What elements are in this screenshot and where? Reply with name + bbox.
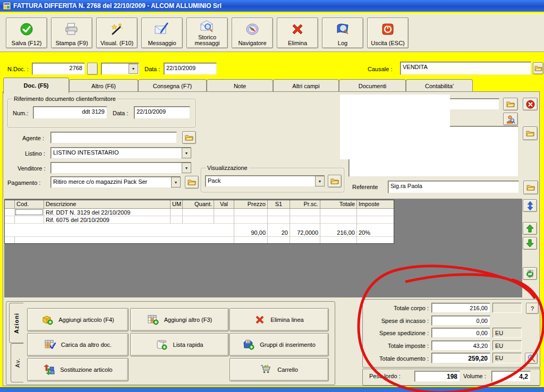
totale-corpo-field[interactable]: 216,00 [431, 303, 490, 313]
sostituzione-articolo-button[interactable]: Sostituzione articolo [27, 358, 129, 381]
cell-s1[interactable]: 20 [268, 224, 290, 236]
cell-descrizione[interactable]: Rif. 6075 del 20/10/2009 [44, 216, 171, 224]
tab-consegna[interactable]: Consegna (F7) [138, 79, 207, 92]
tab-documenti[interactable]: Documenti [339, 79, 406, 92]
line-up-button[interactable] [523, 222, 537, 235]
cell[interactable] [290, 209, 320, 216]
num-field[interactable]: ddt 3129 [33, 106, 107, 119]
visualizzazione-folder-button[interactable] [328, 175, 342, 188]
ndoc-series-combobox[interactable]: ▼ [101, 63, 139, 75]
aggiungi-altro-button[interactable]: Aggiungi altro (F3) [130, 308, 229, 331]
cell[interactable] [234, 236, 268, 243]
cell[interactable] [320, 216, 357, 224]
cell[interactable] [15, 216, 44, 224]
col-totale[interactable]: Totale [320, 200, 357, 209]
cell[interactable] [171, 216, 183, 224]
navigatore-button[interactable]: Navigatore [232, 18, 273, 48]
lines-table[interactable]: Cod. Descrizione UM Quant. Val Prezzo S1… [4, 200, 394, 244]
cell[interactable] [214, 209, 234, 216]
cell[interactable] [234, 209, 268, 216]
elimina-button[interactable]: Elimina [277, 18, 318, 48]
cell[interactable] [357, 216, 394, 224]
cliente-search-button[interactable] [503, 113, 518, 125]
col-um[interactable]: UM [171, 200, 183, 209]
cell[interactable] [268, 216, 290, 224]
chevron-down-icon[interactable]: ▼ [182, 163, 191, 173]
pagamento-combobox[interactable]: Ritiro merce c/o magazzini Pack Ser [50, 176, 181, 188]
cell-prsc[interactable]: 72,0000 [290, 224, 320, 236]
spese-spedizione-field[interactable]: 0,00 [431, 328, 490, 338]
cell[interactable] [15, 236, 234, 243]
line-down-button[interactable] [523, 237, 537, 250]
col-descrizione[interactable]: Descrizione [44, 200, 171, 209]
tab-azioni[interactable]: Azioni [9, 303, 24, 343]
cell[interactable] [290, 236, 320, 243]
cell[interactable] [290, 216, 320, 224]
salva-button[interactable]: Salva (F12) [6, 18, 47, 48]
listino-combobox[interactable]: LISTINO INTESTATARIO [50, 147, 191, 159]
peso-lordo-field[interactable]: 198 [414, 371, 460, 382]
cliente-folder-button[interactable] [503, 98, 518, 110]
referente-folder-button[interactable] [523, 181, 538, 194]
col-cod[interactable]: Cod. [15, 200, 44, 209]
cell-prezzo[interactable]: 90,00 [234, 224, 268, 236]
cliente-clear-button[interactable] [523, 98, 538, 110]
move-line-button[interactable] [523, 199, 537, 212]
row-selector[interactable] [5, 209, 15, 216]
chevron-down-icon[interactable]: ▼ [182, 148, 191, 158]
chevron-down-icon[interactable]: ▼ [129, 64, 138, 74]
cell[interactable] [234, 216, 268, 224]
totale-documento-field[interactable]: 259,20 [431, 353, 490, 363]
visualizzazione-combobox[interactable]: Pack [205, 175, 325, 187]
carrello-button[interactable]: Carrello [230, 358, 329, 381]
venditore-combobox[interactable] [50, 162, 191, 174]
destinazione-folder-button[interactable] [523, 126, 538, 140]
causale-folder-button[interactable] [533, 62, 543, 74]
cell[interactable] [357, 209, 394, 216]
col-imposte[interactable]: Imposte [357, 200, 394, 209]
aggiungi-articolo-button[interactable]: Aggiungi articolo (F4) [27, 308, 129, 331]
col-prsc[interactable]: Pr.sc. [290, 200, 320, 209]
cell[interactable] [357, 236, 394, 243]
cell[interactable] [268, 236, 290, 243]
referente-field[interactable]: Sig.ra Paola [388, 181, 519, 193]
lista-rapida-button[interactable]: Lista rapida [130, 333, 229, 356]
col-s1[interactable]: S1 [268, 200, 290, 209]
rif-data-field[interactable]: 22/10/2009 [134, 106, 190, 119]
date-field[interactable]: 22/10/2009 [164, 63, 217, 75]
carica-da-altro-doc-button[interactable]: Carica da altro doc. [27, 333, 129, 356]
causale-field[interactable]: VENDITA [400, 62, 531, 75]
cell[interactable] [320, 236, 357, 243]
cell-totale[interactable]: 216,00 [320, 224, 357, 236]
tab-altro[interactable]: Altro (F6) [69, 79, 138, 92]
cell[interactable] [183, 216, 214, 224]
totals-zoom-button[interactable] [525, 353, 538, 364]
refresh-lines-button[interactable] [523, 267, 537, 280]
cell[interactable] [320, 209, 357, 216]
messaggio-button[interactable]: Messaggio [141, 18, 183, 48]
cell[interactable] [214, 216, 234, 224]
col-quant[interactable]: Quant. [183, 200, 214, 209]
storico-messaggi-button[interactable]: Storico messaggi [186, 18, 228, 48]
totals-help-button[interactable]: ? [526, 303, 539, 314]
row-selector[interactable] [5, 236, 15, 243]
agente-folder-button[interactable] [182, 131, 196, 144]
cell-cod-selected[interactable] [15, 209, 44, 216]
log-button[interactable]: Log [322, 18, 363, 48]
col-prezzo[interactable]: Prezzo [234, 200, 268, 209]
tab-altri-campi[interactable]: Altri campi [273, 79, 339, 92]
visual-button[interactable]: Visual. (F10) [96, 18, 138, 48]
tab-note[interactable]: Note [207, 79, 273, 92]
cell-imposte[interactable]: 20% [357, 224, 394, 236]
totale-imposte-field[interactable]: 43,20 [431, 340, 490, 351]
tab-av[interactable]: Av. [11, 343, 23, 382]
elimina-linea-button[interactable]: Elimina linea [230, 308, 329, 331]
cell-merged-redacted[interactable] [5, 224, 234, 236]
cell[interactable] [183, 209, 214, 216]
tab-doc[interactable]: Doc. (F5) [3, 78, 69, 93]
pagamento-folder-button[interactable] [185, 176, 199, 189]
cell[interactable] [171, 209, 183, 216]
chevron-down-icon[interactable]: ▼ [171, 177, 181, 188]
uscita-button[interactable]: Uscita (ESC) [367, 18, 409, 48]
cell-descrizione[interactable]: Rif. DDT N. 3129 del 22/10/2009 [44, 209, 171, 216]
